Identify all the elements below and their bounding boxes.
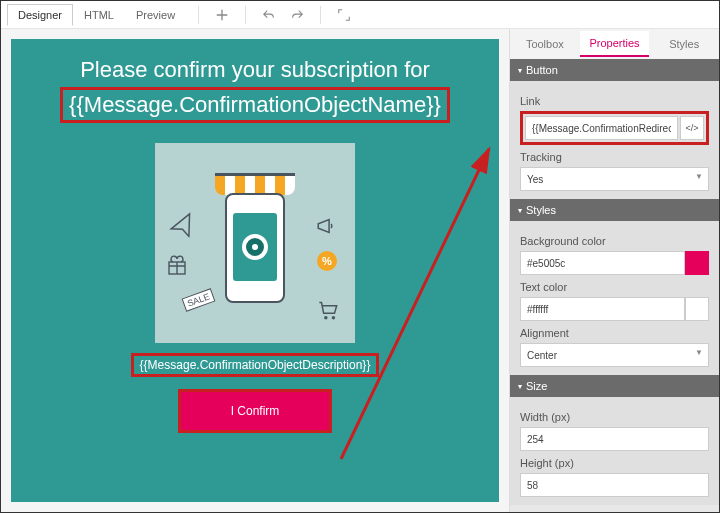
side-panel: Toolbox Properties Styles ▾Button Link <… (509, 29, 719, 512)
top-toolbar: Designer HTML Preview (1, 1, 719, 29)
section-styles-title: Styles (526, 204, 556, 216)
caret-down-icon: ▾ (518, 382, 522, 391)
section-styles-header[interactable]: ▾Styles (510, 199, 719, 221)
tab-preview[interactable]: Preview (125, 4, 186, 26)
add-button[interactable] (211, 5, 233, 25)
megaphone-icon (315, 213, 341, 242)
email-canvas[interactable]: Please confirm your subscription for {{M… (11, 39, 499, 502)
panel-tabs: Toolbox Properties Styles (510, 29, 719, 59)
section-size-title: Size (526, 380, 547, 392)
divider (198, 6, 199, 24)
divider (245, 6, 246, 24)
height-input[interactable] (520, 473, 709, 497)
cart-icon (315, 296, 341, 325)
paper-plane-icon (166, 210, 199, 245)
edit-html-icon[interactable]: </> (680, 116, 704, 140)
canvas-workspace: Please confirm your subscription for {{M… (1, 29, 509, 512)
alignment-label: Alignment (520, 327, 709, 339)
link-label: Link (520, 95, 709, 107)
tab-designer[interactable]: Designer (7, 4, 73, 26)
tab-properties[interactable]: Properties (580, 31, 650, 57)
bgcolor-input[interactable] (520, 251, 685, 275)
tracking-label: Tracking (520, 151, 709, 163)
width-input[interactable] (520, 427, 709, 451)
hero-image[interactable]: SALE % (155, 143, 355, 343)
section-button-title: Button (526, 64, 558, 76)
gift-icon (165, 253, 189, 280)
phone-graphic (225, 193, 285, 303)
section-size-header[interactable]: ▾Size (510, 375, 719, 397)
divider (320, 6, 321, 24)
width-label: Width (px) (520, 411, 709, 423)
bgcolor-label: Background color (520, 235, 709, 247)
textcolor-label: Text color (520, 281, 709, 293)
tab-styles[interactable]: Styles (649, 32, 719, 56)
height-label: Height (px) (520, 457, 709, 469)
editor-mode-tabs: Designer HTML Preview (7, 4, 186, 26)
tracking-select[interactable] (520, 167, 709, 191)
textcolor-swatch[interactable] (685, 297, 709, 321)
undo-button[interactable] (258, 5, 280, 25)
tab-toolbox[interactable]: Toolbox (510, 32, 580, 56)
awning-graphic (215, 173, 295, 195)
percent-badge-icon: % (317, 251, 337, 271)
alignment-select[interactable] (520, 343, 709, 367)
redo-button[interactable] (286, 5, 308, 25)
bgcolor-swatch[interactable] (685, 251, 709, 275)
svg-point-2 (332, 316, 335, 319)
svg-point-1 (324, 316, 327, 319)
section-button-header[interactable]: ▾Button (510, 59, 719, 81)
confirm-button[interactable]: I Confirm (178, 389, 333, 433)
link-input[interactable] (525, 116, 678, 140)
textcolor-input[interactable] (520, 297, 685, 321)
tab-html[interactable]: HTML (73, 4, 125, 26)
target-icon (242, 234, 268, 260)
caret-down-icon: ▾ (518, 206, 522, 215)
caret-down-icon: ▾ (518, 66, 522, 75)
sale-tag-icon: SALE (182, 288, 216, 312)
headline-text: Please confirm your subscription for (25, 57, 485, 83)
object-name-token[interactable]: {{Message.ConfirmationObjectName}} (60, 87, 450, 123)
object-description-token[interactable]: {{Message.ConfirmationObjectDescription}… (131, 353, 380, 377)
fullscreen-button[interactable] (333, 5, 355, 25)
link-field-highlight: </> (520, 111, 709, 145)
